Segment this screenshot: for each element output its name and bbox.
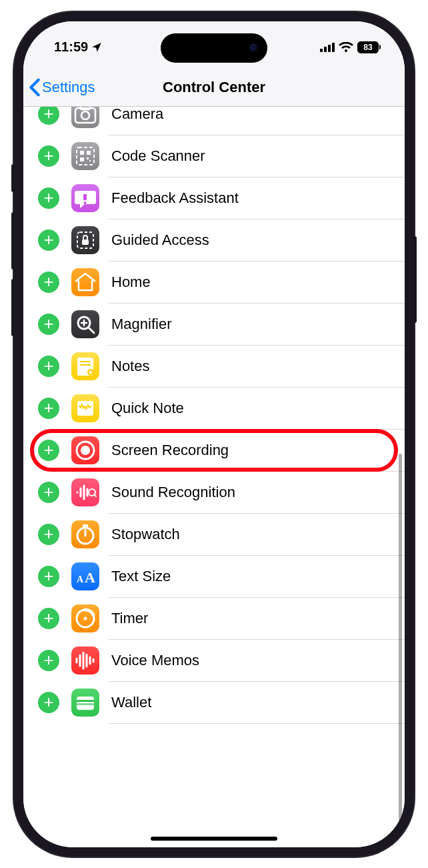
row-label-magnifier: Magnifier [111,316,171,333]
screen: 11:59 83 Sett [23,21,405,847]
back-label: Settings [42,79,95,96]
plus-icon: + [43,273,53,290]
power-button [413,236,417,323]
row-label-voice-memos: Voice Memos [111,652,199,669]
row-label-guided-access: Guided Access [111,232,209,249]
plus-icon: + [43,231,53,248]
add-button-wallet[interactable]: + [38,692,59,713]
row-magnifier[interactable]: +Magnifier [23,304,405,346]
add-button-text-size[interactable]: + [38,566,59,587]
battery-percent: 83 [363,43,372,52]
plus-icon: + [43,525,53,542]
mute-switch [11,164,15,192]
front-camera [250,44,258,52]
svg-rect-1 [324,47,327,52]
row-stopwatch[interactable]: +Stopwatch [23,514,405,556]
svg-rect-3 [332,43,335,52]
add-button-home[interactable]: + [38,272,59,293]
row-voice-memos[interactable]: +Voice Memos [23,640,405,682]
row-text-size[interactable]: +Text Size [23,556,405,598]
row-label-sound-recognition: Sound Recognition [111,484,235,501]
plus-icon: + [43,567,53,584]
row-label-wallet: Wallet [111,694,151,711]
row-notes[interactable]: +Notes [23,346,405,388]
add-button-quick-note[interactable]: + [38,398,59,419]
row-screen-recording[interactable]: +Screen Recording [23,430,405,472]
row-label-text-size: Text Size [111,568,171,585]
add-button-screen-recording[interactable]: + [38,440,59,461]
phone-frame: 11:59 83 Sett [14,12,414,857]
add-button-magnifier[interactable]: + [38,314,59,335]
row-guided-access[interactable]: +Guided Access [23,220,405,262]
row-label-camera: Camera [111,107,163,123]
plus-icon: + [43,357,53,374]
add-button-sound-recognition[interactable]: + [38,482,59,503]
row-feedback[interactable]: +Feedback Assistant [23,177,405,220]
volume-up-button [11,212,15,270]
sound-recognition-icon [71,478,99,506]
status-time: 11:59 [54,39,88,55]
add-button-code-scanner[interactable]: + [38,145,59,167]
row-label-quick-note: Quick Note [111,400,184,417]
row-label-code-scanner: Code Scanner [111,147,205,165]
home-icon [71,268,99,296]
row-camera[interactable]: +Camera [23,107,405,135]
row-label-timer: Timer [111,610,148,627]
notes-icon [71,352,99,380]
add-button-stopwatch[interactable]: + [38,524,59,545]
row-label-stopwatch: Stopwatch [111,526,180,543]
magnifier-icon [71,310,99,338]
controls-list[interactable]: +Camera+Code Scanner+Feedback Assistant+… [23,107,405,847]
add-button-timer[interactable]: + [38,608,59,629]
back-button[interactable]: Settings [29,78,95,97]
guided-access-icon [71,226,99,254]
screen-recording-icon [71,436,99,464]
row-label-home: Home [111,274,151,291]
cellular-icon [320,43,335,52]
nav-bar: Settings Control Center [23,69,405,107]
plus-icon: + [43,483,53,500]
row-wallet[interactable]: +Wallet [23,682,405,724]
svg-rect-2 [328,45,331,52]
text-size-icon [71,562,99,590]
row-quick-note[interactable]: +Quick Note [23,388,405,430]
row-timer[interactable]: +Timer [23,598,405,640]
dynamic-island [161,33,267,63]
plus-icon: + [43,651,53,669]
feedback-icon [71,184,99,212]
battery-icon: 83 [357,41,381,53]
add-button-camera[interactable]: + [38,107,59,125]
timer-icon [71,604,99,632]
plus-icon: + [43,441,53,458]
row-label-screen-recording: Screen Recording [111,442,229,459]
wifi-icon [339,42,353,53]
add-button-feedback[interactable]: + [38,187,59,209]
camera-icon [71,107,99,129]
scrollbar[interactable] [399,454,402,847]
row-label-feedback: Feedback Assistant [111,189,239,207]
row-sound-recognition[interactable]: +Sound Recognition [23,472,405,514]
add-button-notes[interactable]: + [38,356,59,377]
stopwatch-icon [71,520,99,548]
add-button-guided-access[interactable]: + [38,230,59,251]
wallet-icon [71,689,99,717]
add-button-voice-memos[interactable]: + [38,650,59,671]
voice-memos-icon [71,646,99,675]
plus-icon: + [43,189,53,206]
plus-icon: + [43,147,53,164]
quick-note-icon [71,394,99,422]
code-scanner-icon [71,142,99,170]
plus-icon: + [43,315,53,332]
volume-down-button [11,279,15,336]
svg-rect-0 [320,49,323,52]
plus-icon: + [43,107,53,123]
location-icon [91,41,103,53]
home-indicator[interactable] [151,837,277,841]
row-home[interactable]: +Home [23,262,405,304]
row-code-scanner[interactable]: +Code Scanner [23,135,405,177]
row-label-notes: Notes [111,358,149,375]
plus-icon: + [43,693,53,711]
plus-icon: + [43,609,53,626]
plus-icon: + [43,399,53,416]
